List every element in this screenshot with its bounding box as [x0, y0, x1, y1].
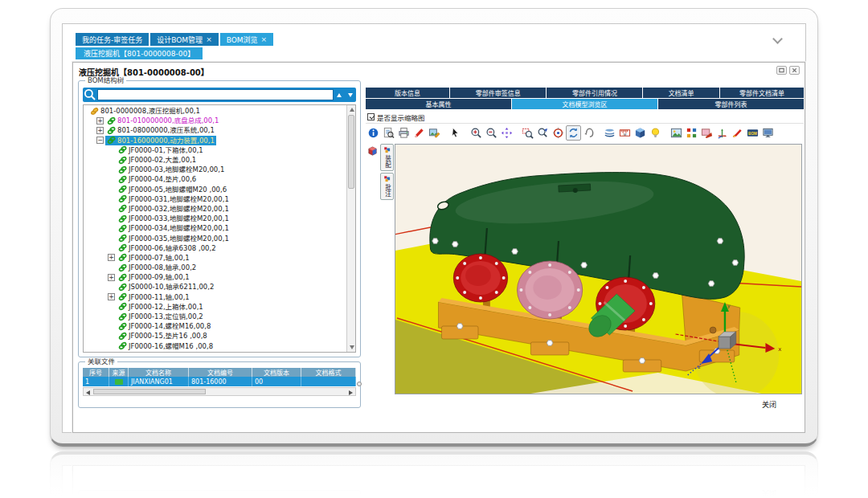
tree-item[interactable]: JF0000-06,轴承6308 ,00,2: [84, 243, 346, 253]
scroll-left-icon[interactable]: [86, 390, 90, 395]
search-icon[interactable]: [83, 88, 97, 102]
tree-item[interactable]: JF0000-035,地脚螺栓M20,00,1: [84, 233, 346, 243]
tab-3[interactable]: BOM浏览×: [220, 33, 273, 46]
tree-item[interactable]: JF0000-01,下箱体,00,1: [84, 145, 346, 155]
svg-text:M: M: [624, 132, 627, 136]
axis-icon[interactable]: [714, 125, 730, 141]
view-tab-1[interactable]: 基本属性: [366, 99, 511, 109]
rotate-center-icon[interactable]: [551, 125, 566, 141]
tree-item[interactable]: JF0000-02,大盖,00,1: [84, 155, 346, 165]
tree-item[interactable]: +JF0000-11,轴,00,1: [84, 292, 346, 302]
expand-icon[interactable]: +: [96, 117, 104, 124]
scroll-up-icon[interactable]: [350, 108, 354, 112]
tab-close-icon[interactable]: ×: [206, 36, 212, 43]
tree-item[interactable]: JF0000-12,上箱体,00,1: [84, 302, 346, 312]
bulb-icon[interactable]: [648, 125, 663, 141]
markup-icon[interactable]: [411, 125, 427, 141]
hscroll-thumb[interactable]: [93, 389, 206, 394]
tree-item[interactable]: JF0000-05,地脚螺帽M20 ,00,6: [84, 185, 346, 194]
tree-item[interactable]: JF0000-04,垫片,00,6: [84, 174, 346, 184]
edit-image-icon[interactable]: [427, 125, 442, 141]
table-row[interactable]: 1JIANXIANG01801-1600000: [83, 377, 356, 386]
brush-icon[interactable]: [730, 125, 745, 141]
tree-item[interactable]: JF0000-08,轴承,00,2: [84, 263, 346, 272]
tree-item[interactable]: JS0000-10,轴承6211,00,2: [84, 282, 346, 292]
scroll-down-icon[interactable]: [350, 345, 354, 349]
fit-icon[interactable]: [499, 125, 514, 141]
tree-item[interactable]: JF0000-034,地脚螺栓M20,00,1: [84, 223, 346, 233]
layers-icon[interactable]: [602, 125, 617, 141]
select-icon[interactable]: [448, 125, 463, 141]
column-header[interactable]: 来源: [109, 368, 129, 377]
measure-icon[interactable]: M: [617, 125, 633, 141]
tree-item[interactable]: −801-16000000,动力装置,00,1: [84, 136, 346, 145]
expand-icon[interactable]: +: [108, 293, 115, 300]
chevron-down-icon[interactable]: [774, 35, 781, 43]
scroll-right-icon[interactable]: [349, 390, 353, 395]
viewer-panel-icon[interactable]: [366, 145, 379, 157]
tree-item[interactable]: +JF0000-07,轴,00,1: [84, 253, 346, 263]
preview-icon[interactable]: [381, 125, 396, 141]
close-button[interactable]: 关闭: [762, 399, 776, 410]
files-table: 序号来源文档名称文档编号文档版本文档格式 1JIANXIANG01801-160…: [83, 368, 356, 396]
column-header[interactable]: 文档版本: [252, 368, 301, 377]
bom-icon[interactable]: BOM: [745, 125, 760, 141]
image-icon[interactable]: [669, 125, 684, 141]
expand-icon[interactable]: +: [96, 127, 104, 134]
tree-item[interactable]: JF0000-13,定位销,00,2: [84, 312, 346, 321]
column-header[interactable]: 文档编号: [189, 368, 252, 377]
close-icon[interactable]: [789, 66, 800, 75]
tree-item[interactable]: JF0000-14,螺栓M16,00,8: [84, 321, 346, 331]
column-header[interactable]: 文档名称: [129, 368, 189, 377]
tree-item[interactable]: JF0000-16,螺帽M16 ,00,8: [84, 341, 346, 351]
viewer-side-tab-2[interactable]: 批注: [380, 173, 394, 200]
scroll-thumb[interactable]: [348, 115, 354, 189]
tree-item[interactable]: JF0000-032,地脚螺栓M20,00,1: [84, 204, 346, 214]
tab-1[interactable]: 我的任务-审签任务: [76, 33, 149, 46]
tab-2[interactable]: 设计BOM管理×: [150, 33, 218, 46]
info-icon[interactable]: [366, 125, 381, 141]
document-subtab[interactable]: 液压挖掘机【801-0000008-00】: [76, 47, 203, 59]
zoom-select-icon[interactable]: [535, 125, 551, 141]
thumbnail-checkbox[interactable]: [367, 113, 375, 120]
view-tab-3[interactable]: 零部件列表: [658, 99, 804, 109]
detail-tab-5[interactable]: 零部件文档清单: [720, 88, 804, 98]
tree-item[interactable]: JF0000-031,地脚螺栓M20,00,1: [84, 194, 346, 204]
monitor-icon[interactable]: [760, 125, 776, 141]
search-input[interactable]: [97, 89, 334, 100]
search-prev-icon[interactable]: [334, 88, 345, 102]
redline-icon[interactable]: [699, 125, 714, 141]
restore-icon[interactable]: [776, 66, 787, 75]
view-cube-icon[interactable]: [633, 125, 648, 141]
tree-item[interactable]: +JF0000-09,轴,00,1: [84, 272, 346, 282]
detail-tab-2[interactable]: 零部件审签信息: [450, 88, 546, 98]
explode-icon[interactable]: [684, 125, 699, 141]
print-icon[interactable]: [396, 125, 411, 141]
files-hscrollbar[interactable]: [83, 387, 356, 396]
detail-tab-3[interactable]: 零部件引用情况: [547, 88, 642, 98]
zoom-in-icon[interactable]: [469, 125, 484, 141]
tree-item[interactable]: 801-0000008,液压挖掘机,00,1: [84, 106, 346, 116]
zoom-out-icon[interactable]: [484, 125, 499, 141]
expand-icon[interactable]: +: [108, 254, 115, 261]
tree-item[interactable]: +801-010000000,底盘总成,00,1: [84, 116, 346, 125]
collapse-icon[interactable]: −: [96, 137, 104, 144]
tab-close-icon[interactable]: ×: [261, 36, 268, 43]
model-canvas[interactable]: x y z: [395, 144, 802, 394]
column-header[interactable]: 文档格式: [301, 368, 356, 377]
detail-tab-4[interactable]: 文档清单: [643, 88, 719, 98]
tree-item[interactable]: +801-08000000,液压系统,00,1: [84, 125, 346, 135]
viewer-side-tab-1[interactable]: 装配: [380, 144, 394, 171]
view-tab-2[interactable]: 文档模型浏览区: [512, 99, 657, 109]
rotate-icon[interactable]: [566, 125, 581, 141]
tree-item[interactable]: JF0000-15,垫片16 ,00,8: [84, 331, 346, 341]
pan-icon[interactable]: [581, 125, 596, 141]
detail-tab-1[interactable]: 版本信息: [366, 88, 449, 98]
zoom-window-icon[interactable]: [520, 125, 535, 141]
search-next-icon[interactable]: [345, 88, 356, 102]
expand-icon[interactable]: +: [108, 274, 115, 281]
column-header[interactable]: 序号: [83, 368, 109, 377]
tree-item[interactable]: JF0000-033,地脚螺栓M20,00,1: [84, 214, 346, 223]
tree-scrollbar[interactable]: [346, 105, 355, 352]
tree-item[interactable]: JF0000-03,地脚螺栓M20,00,1: [84, 165, 346, 174]
